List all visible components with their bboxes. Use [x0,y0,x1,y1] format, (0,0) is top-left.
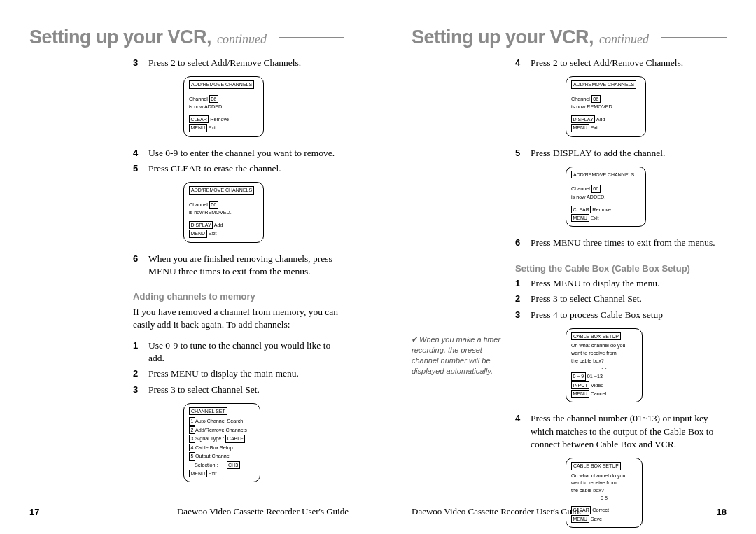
step: 2 Press MENU to display the main menu. [133,367,344,380]
page-header: Setting up your VCR, continued [29,27,344,48]
page-number: 18 [717,507,727,517]
right-content: 4 Press 2 to select Add/Remove Channels.… [515,57,727,534]
step: 3 Press 2 to select Add/Remove Channels. [133,57,344,69]
step: 3 Press 3 to select Channel Set. [133,384,344,396]
header-title: Setting up your VCR, [29,27,211,48]
paragraph: If you have removed a channel from memor… [133,306,344,331]
step: 3 Press 4 to process Cable Box setup [515,309,727,321]
step: 1 Use 0-9 to tune to the channel you wou… [133,339,344,365]
sidenote: ✔When you make a timer recording, the pr… [412,335,510,376]
step: 2 Press 3 to select Channel Set. [515,293,727,305]
osd-screen: ADD/REMOVE CHANNELS Channel 06 is now AD… [566,167,646,227]
osd-screen: CABLE BOX SETUP On what channel do you w… [566,328,643,403]
osd-screen: ADD/REMOVE CHANNELS Channel 06 is now RE… [566,76,646,136]
header-title: Setting up your VCR, [412,27,594,48]
step: 6 When you are finished removing channel… [133,253,344,278]
step: 4 Use 0-9 to enter the channel you want … [133,147,344,160]
step: 4 Press 2 to select Add/Remove Channels. [515,57,727,69]
osd-screen: CHANNEL SET 1Auto Channel Search 2Add/Re… [183,403,260,483]
page-17: Setting up your VCR, continued 3 Press 2… [0,0,378,534]
subheading: Adding channels to memory [133,290,344,303]
step: 1 Press MENU to display the menu. [515,277,727,290]
left-content: 3 Press 2 to select Add/Remove Channels.… [133,57,344,482]
header-continued: continued [217,32,267,47]
check-icon: ✔ [412,335,418,344]
step: 6 Press MENU three times to exit from th… [515,237,727,249]
osd-title: ADD/REMOVE CHANNELS [189,80,254,88]
osd-screen: CABLE BOX SETUP On what channel do you w… [566,458,643,528]
footer-rule [29,503,349,503]
page-header: Setting up your VCR, continued [412,27,727,48]
step-number: 3 [133,57,148,69]
footer: 17 Daewoo Video Cassette Recorder User's… [29,506,349,517]
footer-title: Daewoo Video Cassette Recorder User's Gu… [39,506,349,517]
footer-title: Daewoo Video Cassette Recorder User's Gu… [412,506,717,517]
header-rule [279,37,344,38]
footer: Daewoo Video Cassette Recorder User's Gu… [412,506,727,517]
step: 5 Press CLEAR to erase the channel. [133,162,344,175]
header-rule [662,37,727,38]
osd-screen: ADD/REMOVE CHANNELS Channel 06 is now AD… [183,76,264,136]
page-18: Setting up your VCR, continued ✔When you… [378,0,756,534]
step-text: Press 2 to select Add/Remove Channels. [148,57,344,69]
footer-rule [412,503,727,503]
page-number: 17 [29,507,39,517]
step: 4 Press the channel number (01~13) or in… [515,412,727,451]
step: 5 Press DISPLAY to add the channel. [515,147,727,160]
osd-screen: ADD/REMOVE CHANNELS Channel 06 is now RE… [183,182,264,242]
header-continued: continued [599,32,649,47]
subheading: Setting the Cable Box (Cable Box Setup) [515,262,727,275]
